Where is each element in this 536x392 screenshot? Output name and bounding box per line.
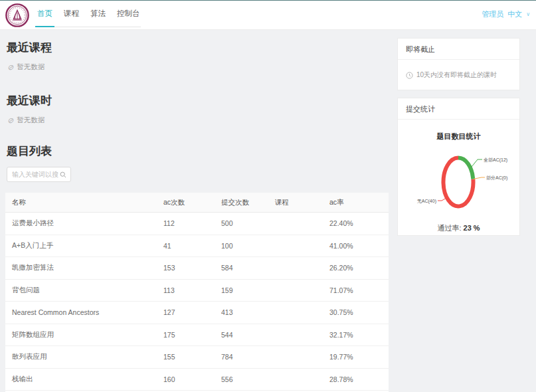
cell-ac_rate: 41.00% [329,242,389,250]
pass-rate-label: 通过率: [437,224,461,232]
cell-name[interactable]: 凯撒加密算法 [5,263,163,272]
cell-submit_count: 413 [221,308,275,316]
search-icon [60,171,66,178]
user-name: 管理员 [482,9,503,19]
table-row[interactable]: 凯撒加密算法15358426.20% [5,257,389,280]
stats-card-title: 提交统计 [398,98,519,120]
table-row[interactable]: 矩阵数组应用17554432.17% [5,324,389,347]
cell-ac_count: 175 [163,331,221,339]
nav-tab-1[interactable]: 课程 [63,5,80,27]
cell-name[interactable]: 栈输出 [5,375,163,384]
slice-label-no-ac: 无AC(40) [417,199,436,204]
cell-ac_count: 41 [163,242,221,250]
cell-submit_count: 556 [221,375,275,383]
cell-ac_count: 112 [163,219,221,227]
chevron-down-icon: ∨ [526,11,530,17]
nav-tab-2[interactable]: 算法 [90,5,106,27]
deadline-card: 即将截止 10天内没有即将截止的课时 [397,38,520,90]
leader-full-ac [470,159,482,168]
slice-label-full-ac: 全部AC(12) [484,157,507,163]
search-input[interactable] [7,171,60,178]
pass-rate-value: 23 % [464,224,480,232]
nav-tab-3[interactable]: 控制台 [116,5,141,27]
cell-submit_count: 159 [221,286,275,294]
slice-label-partial-ac: 部分AC(0) [486,175,507,181]
cell-name[interactable]: 背包问题 [5,286,163,295]
cell-ac_rate: 28.78% [329,375,389,383]
main-nav: 首页课程算法控制台 [37,5,141,27]
column-header: 名称 [5,198,163,207]
table-row[interactable]: 背包问题11315971.07% [5,280,389,302]
donut-segment-full-ac [458,158,473,179]
column-header: ac次数 [163,198,221,207]
chart-title: 题目数目统计 [398,132,519,142]
cell-ac_rate: 71.07% [329,286,389,294]
empty-text: 暂无数据 [17,116,45,125]
problem-list-title: 题目列表 [7,144,52,159]
cell-ac_count: 113 [163,286,221,294]
table-header-row: 名称ac次数提交次数课程ac率 [5,193,389,213]
pie-chart: 全部AC(12) 部分AC(0) 无AC(40) [398,144,519,218]
header: 首页课程算法控制台 管理员 中文 ∨ [0,1,536,30]
recent-lessons-empty: ⊘ 暂无数据 [7,116,45,125]
column-header: 课程 [275,198,329,207]
problem-search [7,167,71,182]
pass-rate: 通过率: 23 % [398,223,519,233]
deadline-empty-state: 10天内没有即将截止的课时 [398,60,519,90]
empty-icon: ⊘ [7,64,13,71]
cell-ac_rate: 26.20% [329,264,389,272]
cell-ac_rate: 22.40% [329,219,389,227]
cell-submit_count: 544 [221,331,275,339]
table-row[interactable]: 散列表应用15578419.77% [5,346,389,369]
leader-partial-ac [474,177,485,179]
cell-name[interactable]: 散列表应用 [5,352,163,361]
column-header: ac率 [329,198,389,207]
nav-tab-0[interactable]: 首页 [37,5,53,27]
cell-ac_rate: 30.75% [329,308,389,316]
recent-courses-empty: ⊘ 暂无数据 [7,62,45,72]
cell-submit_count: 500 [221,219,275,227]
table-row[interactable]: 栈输出16055628.78% [5,369,389,391]
cell-ac_count: 127 [163,308,221,316]
table-body: 运费最小路径11250022.40%A+B入门上手4110041.00%凯撒加密… [5,213,389,391]
cell-ac_count: 153 [163,264,221,272]
table-row[interactable]: 运费最小路径11250022.40% [5,213,389,235]
submission-stats-card: 提交统计 题目数目统计 全部AC(12) 部分AC(0) 无AC(40) 通过率… [397,98,520,236]
cell-submit_count: 100 [221,242,275,250]
user-menu[interactable]: 管理员 中文 ∨ [482,9,530,19]
university-logo-icon[interactable] [5,2,30,29]
cell-ac_rate: 32.17% [329,331,389,339]
table-row[interactable]: Nearest Common Ancestors12741330.75% [5,302,389,324]
table-row[interactable]: A+B入门上手4110041.00% [5,235,389,258]
cell-submit_count: 584 [221,264,275,272]
language-label: 中文 [507,9,522,19]
cell-ac_rate: 19.77% [329,353,389,361]
cell-ac_count: 155 [163,353,221,361]
column-header: 提交次数 [221,198,275,207]
recent-lessons-title: 最近课时 [7,93,52,108]
cell-name[interactable]: A+B入门上手 [5,241,163,250]
clock-icon [406,72,413,79]
top-accent-line [0,0,536,1]
empty-icon: ⊘ [7,117,13,124]
cell-name[interactable]: 运费最小路径 [5,219,163,228]
cell-ac_count: 160 [163,375,221,383]
problem-table: 名称ac次数提交次数课程ac率 运费最小路径11250022.40%A+B入门上… [5,193,389,392]
cell-name[interactable]: Nearest Common Ancestors [5,308,163,316]
deadline-empty-text: 10天内没有即将截止的课时 [416,70,497,80]
deadline-card-title: 即将截止 [398,39,519,60]
recent-courses-title: 最近课程 [7,40,52,55]
empty-text: 暂无数据 [17,62,45,72]
cell-submit_count: 784 [221,353,275,361]
cell-name[interactable]: 矩阵数组应用 [5,330,163,340]
